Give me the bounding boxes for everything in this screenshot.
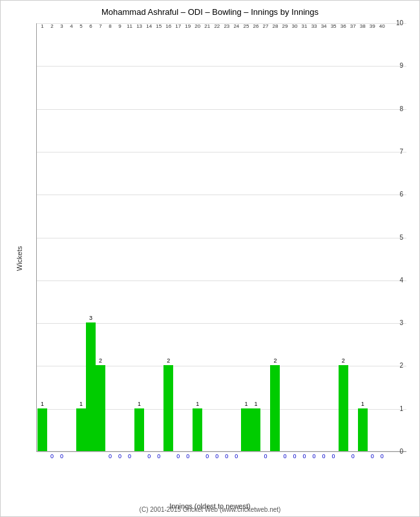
x-tick-label: 31 (302, 23, 308, 468)
y-tick-label: 6 (399, 191, 403, 198)
x-tick-label: 7 (99, 23, 101, 468)
y-tick-label: 7 (399, 147, 403, 154)
x-tick-label: 23 (224, 23, 229, 468)
y-axis-label: Wickets (16, 246, 23, 271)
x-tick-label: 35 (331, 23, 337, 468)
y-tick-label: 4 (399, 276, 403, 283)
x-tick-label: 6 (89, 23, 92, 468)
x-tick-label: 26 (253, 23, 258, 468)
chart-container: Mohammad Ashraful – ODI – Bowling – Inni… (0, 0, 420, 517)
x-tick-label: 5 (79, 23, 82, 468)
chart-area: 0123456789101102034153627080901111301401… (36, 23, 406, 452)
x-tick-label: 27 (263, 23, 269, 468)
y-tick-label: 10 (396, 19, 403, 26)
x-tick-label: 36 (341, 23, 346, 468)
x-tick-label: 30 (292, 23, 298, 468)
x-tick-label: 20 (194, 23, 200, 468)
x-tick-label: 39 (370, 23, 375, 468)
x-tick-label: 3 (60, 23, 63, 468)
x-tick-label: 17 (175, 23, 181, 468)
x-tick-label: 1 (41, 23, 43, 468)
x-tick-label: 4 (70, 23, 72, 468)
x-tick-label: 21 (204, 23, 210, 468)
y-tick-label: 8 (399, 105, 403, 112)
x-tick-label: 15 (156, 23, 162, 468)
x-tick-label: 14 (146, 23, 152, 468)
x-tick-label: 25 (243, 23, 249, 468)
y-tick-label: 9 (399, 62, 403, 69)
x-tick-label: 40 (379, 23, 385, 468)
x-tick-label: 16 (165, 23, 171, 468)
y-tick-label: 3 (399, 319, 403, 326)
x-tick-label: 9 (118, 23, 121, 468)
y-tick-label: 0 (399, 448, 403, 455)
x-tick-label: 28 (273, 23, 278, 468)
x-tick-label: 37 (350, 23, 356, 468)
x-tick-label: 19 (185, 23, 191, 468)
x-tick-label: 29 (282, 23, 288, 468)
x-tick-label: 24 (233, 23, 239, 468)
x-tick-label: 2 (50, 23, 53, 468)
x-tick-label: 22 (214, 23, 220, 468)
x-tick-label: 8 (109, 23, 111, 468)
x-tick-label: 33 (311, 23, 317, 468)
x-tick-label: 13 (136, 23, 142, 468)
y-tick-label: 1 (399, 405, 403, 412)
y-tick-label: 2 (399, 362, 403, 369)
y-tick-label: 5 (399, 233, 403, 240)
x-tick-label: 34 (321, 23, 327, 468)
x-tick-label: 38 (360, 23, 366, 468)
x-tick-label: 11 (127, 23, 132, 468)
chart-title: Mohammad Ashraful – ODI – Bowling – Inni… (1, 1, 419, 20)
copyright: (C) 2001-2015 Cricket Web (www.cricketwe… (1, 506, 419, 513)
